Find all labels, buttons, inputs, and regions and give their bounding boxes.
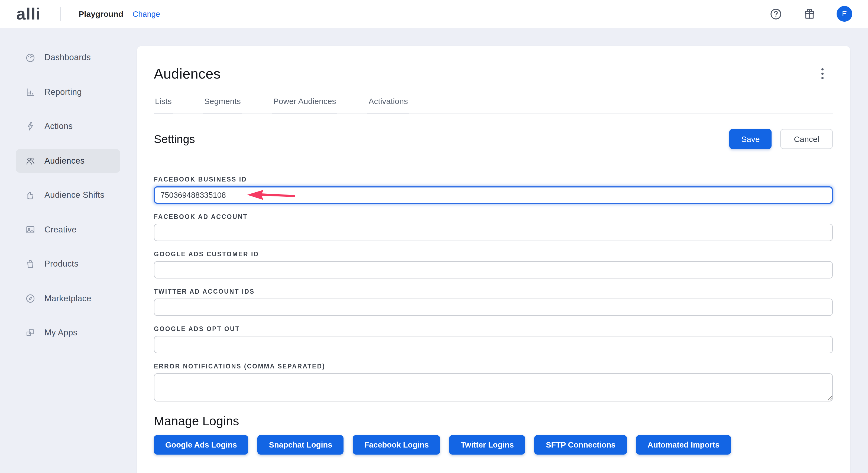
sidebar-item-label: My Apps bbox=[44, 328, 78, 338]
sidebar-item-audiences[interactable]: Audiences bbox=[16, 149, 120, 172]
page-title: Audiences bbox=[154, 66, 833, 82]
app-root: alli Playground Change E Dashboards Repo bbox=[0, 0, 868, 473]
thumbs-up-icon bbox=[25, 190, 36, 200]
sidebar-item-label: Actions bbox=[44, 121, 72, 131]
settings-header-row: Settings Save Cancel bbox=[154, 129, 833, 149]
field-facebook-ad-account: FACEBOOK AD ACCOUNT bbox=[154, 214, 833, 241]
sidebar-item-dashboards[interactable]: Dashboards bbox=[16, 45, 120, 69]
compass-icon bbox=[25, 293, 36, 304]
save-button[interactable]: Save bbox=[729, 129, 772, 149]
bag-icon bbox=[25, 258, 36, 269]
facebook-logins-button[interactable]: Facebook Logins bbox=[353, 435, 440, 454]
automated-imports-button[interactable]: Automated Imports bbox=[636, 435, 731, 454]
sidebar-item-marketplace[interactable]: Marketplace bbox=[16, 286, 120, 310]
section-title: Settings bbox=[154, 132, 195, 146]
alli-logo: alli bbox=[16, 5, 41, 22]
sidebar-item-creative[interactable]: Creative bbox=[16, 218, 120, 241]
sidebar-item-label: Audiences bbox=[44, 156, 85, 165]
facebook-ad-account-input[interactable] bbox=[154, 224, 833, 241]
tab-lists[interactable]: Lists bbox=[154, 96, 173, 114]
people-icon bbox=[25, 155, 36, 166]
sidebar-item-actions[interactable]: Actions bbox=[16, 114, 120, 138]
user-avatar[interactable]: E bbox=[837, 6, 852, 22]
manage-logins-title: Manage Logins bbox=[154, 414, 833, 429]
sidebar-item-label: Marketplace bbox=[44, 293, 91, 303]
manage-logins-buttons: Google Ads Logins Snapchat Logins Facebo… bbox=[154, 435, 833, 454]
twitter-logins-button[interactable]: Twitter Logins bbox=[450, 435, 525, 454]
audiences-card: Audiences Lists Segments Power Audiences… bbox=[137, 46, 850, 473]
kebab-menu-icon[interactable] bbox=[817, 67, 827, 81]
topbar: alli Playground Change E bbox=[0, 0, 868, 28]
sidebar-item-label: Creative bbox=[44, 225, 77, 234]
field-label: FACEBOOK BUSINESS ID bbox=[154, 176, 833, 183]
facebook-business-id-input[interactable] bbox=[154, 186, 833, 204]
google-ads-opt-out-input[interactable] bbox=[154, 336, 833, 353]
field-google-ads-customer-id: GOOGLE ADS CUSTOMER ID bbox=[154, 251, 833, 279]
sidebar: Dashboards Reporting Actions Audiences A bbox=[0, 28, 136, 473]
error-notifications-textarea[interactable] bbox=[154, 373, 833, 402]
sidebar-item-label: Audience Shifts bbox=[44, 190, 104, 200]
tab-segments[interactable]: Segments bbox=[203, 96, 242, 114]
field-label: TWITTER AD ACCOUNT IDS bbox=[154, 288, 833, 295]
topbar-divider bbox=[60, 7, 61, 21]
tab-activations[interactable]: Activations bbox=[368, 96, 409, 114]
snapchat-logins-button[interactable]: Snapchat Logins bbox=[258, 435, 344, 454]
sidebar-item-label: Reporting bbox=[44, 87, 82, 97]
field-label: GOOGLE ADS CUSTOMER ID bbox=[154, 251, 833, 257]
sidebar-item-label: Products bbox=[44, 259, 79, 269]
settings-actions: Save Cancel bbox=[729, 129, 833, 149]
tab-power-audiences[interactable]: Power Audiences bbox=[272, 96, 337, 114]
sidebar-item-label: Dashboards bbox=[44, 53, 91, 62]
bar-chart-icon bbox=[25, 87, 36, 97]
tab-bar: Lists Segments Power Audiences Activatio… bbox=[154, 96, 833, 114]
change-workspace-link[interactable]: Change bbox=[132, 9, 160, 18]
image-icon bbox=[25, 224, 36, 235]
settings-form: FACEBOOK BUSINESS ID FACEBOOK AD ACCOUNT… bbox=[154, 176, 833, 404]
topbar-actions: E bbox=[769, 6, 852, 22]
field-google-ads-opt-out: GOOGLE ADS OPT OUT bbox=[154, 326, 833, 353]
apps-icon bbox=[25, 327, 36, 338]
field-error-notifications: ERROR NOTIFICATIONS (COMMA SEPARATED) bbox=[154, 363, 833, 404]
workspace-name: Playground bbox=[79, 9, 123, 19]
sidebar-item-reporting[interactable]: Reporting bbox=[16, 80, 120, 104]
google-ads-logins-button[interactable]: Google Ads Logins bbox=[154, 435, 248, 454]
google-ads-customer-id-input[interactable] bbox=[154, 261, 833, 279]
cancel-button[interactable]: Cancel bbox=[780, 129, 833, 149]
twitter-ad-account-ids-input[interactable] bbox=[154, 298, 833, 316]
gauge-icon bbox=[25, 52, 36, 63]
field-twitter-ad-account-ids: TWITTER AD ACCOUNT IDS bbox=[154, 288, 833, 316]
sidebar-item-my-apps[interactable]: My Apps bbox=[16, 321, 120, 345]
sidebar-item-products[interactable]: Products bbox=[16, 252, 120, 276]
sftp-connections-button[interactable]: SFTP Connections bbox=[534, 435, 627, 454]
sidebar-item-audience-shifts[interactable]: Audience Shifts bbox=[16, 183, 120, 207]
gift-icon[interactable] bbox=[803, 7, 816, 20]
help-circle-icon[interactable] bbox=[769, 7, 782, 20]
field-label: ERROR NOTIFICATIONS (COMMA SEPARATED) bbox=[154, 363, 833, 370]
field-facebook-business-id: FACEBOOK BUSINESS ID bbox=[154, 176, 833, 204]
field-label: GOOGLE ADS OPT OUT bbox=[154, 326, 833, 332]
lightning-icon bbox=[25, 121, 36, 132]
field-label: FACEBOOK AD ACCOUNT bbox=[154, 214, 833, 220]
